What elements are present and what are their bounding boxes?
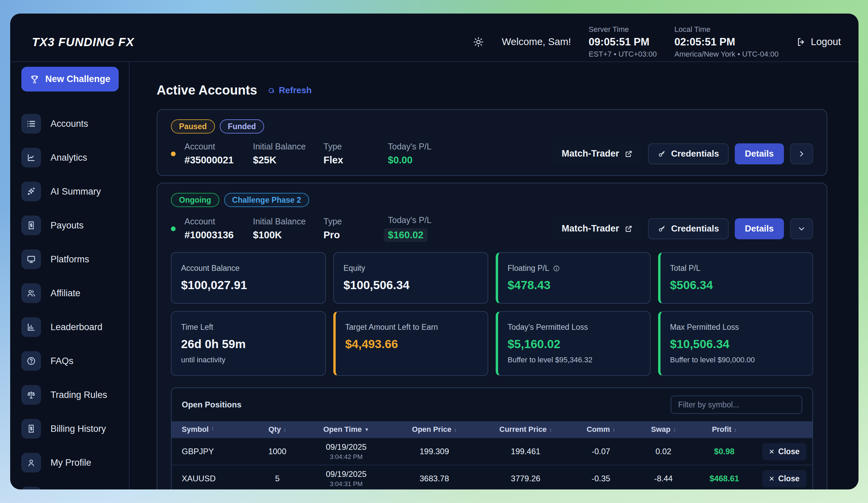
sort-icon: ↕ [549, 427, 552, 432]
sidebar-item-label: Billing History [51, 424, 106, 434]
status-dot [171, 227, 176, 231]
sidebar-item-trading-rules[interactable]: Trading Rules [21, 385, 129, 405]
server-time-zone: EST+7 • UTC+03:00 [589, 50, 657, 59]
sidebar-item-analytics[interactable]: Analytics [21, 148, 129, 167]
stat-value: $506.34 [670, 278, 803, 292]
cell-open-price: 3683.78 [386, 474, 483, 483]
stat-subtext: until inactivity [181, 356, 316, 364]
cell-open-price: 199.309 [386, 447, 483, 456]
details-button[interactable]: Details [735, 218, 784, 239]
main-content: Active Accounts Refresh Paused Funded [130, 62, 858, 490]
theme-toggle-sun-icon[interactable] [473, 36, 484, 48]
sidebar-item-my-profile[interactable]: My Profile [21, 453, 129, 472]
stat-tile-equity: Equity $100,506.34 [333, 252, 488, 304]
details-button[interactable]: Details [735, 143, 784, 164]
receipt-dollar-icon [21, 419, 41, 439]
sidebar-item-label: Analytics [51, 153, 87, 163]
column-header-current-price[interactable]: Current Price↕ [483, 425, 569, 434]
refresh-button[interactable]: Refresh [267, 85, 312, 96]
collapse-button[interactable] [790, 218, 813, 239]
field-label: Type [323, 142, 388, 151]
card-actions: Match-Trader [553, 218, 813, 239]
close-position-button[interactable]: × Close [762, 470, 806, 488]
sidebar-item-accounts[interactable]: Accounts [21, 114, 129, 134]
sidebar-item-payouts[interactable]: Payouts [21, 216, 129, 235]
match-trader-link[interactable]: Match-Trader [553, 218, 642, 239]
close-position-button[interactable]: × Close [762, 443, 806, 460]
credentials-button[interactable]: Credentials [648, 218, 728, 239]
column-header-profit[interactable]: Profit↕ [694, 425, 755, 434]
column-header-symbol[interactable]: Symbol↕ [172, 425, 249, 434]
credentials-label: Credentials [671, 223, 719, 234]
balance-field: Initial Balance $25K [253, 142, 323, 166]
stat-label: Floating P/L [508, 264, 640, 273]
cell-actions: × Close [755, 470, 813, 488]
initial-balance: $100K [253, 230, 323, 241]
stat-tile-max-permitted-loss: Max Permitted Loss $10,506.34 Buffer to … [658, 311, 813, 376]
new-challenge-button[interactable]: New Challenge [21, 67, 119, 92]
symbol-filter-input[interactable] [671, 396, 802, 414]
field-label: Account [185, 217, 253, 227]
sort-desc-icon: ▼ [364, 427, 369, 432]
positions-header: Open Positions [172, 388, 813, 421]
close-icon: × [769, 447, 774, 456]
sidebar-item-partial[interactable] [21, 487, 129, 490]
cell-open-time: 09/19/2025 3:04:31 PM [306, 470, 386, 488]
match-trader-link[interactable]: Match-Trader [553, 143, 642, 164]
positions-title: Open Positions [182, 400, 241, 409]
column-header-open-time[interactable]: Open Time▼ [306, 425, 386, 434]
stat-label: Target Amount Left to Earn [345, 323, 478, 332]
cell-swap: 0.02 [633, 447, 694, 456]
sidebar-item-affiliate[interactable]: Affiliate [21, 283, 129, 303]
server-time-label: Server Time [589, 25, 657, 34]
todays-pl: $0.00 [388, 155, 431, 166]
column-header-qty[interactable]: Qty↕ [249, 425, 306, 434]
list-icon [21, 114, 41, 134]
sidebar-item-ai-summary[interactable]: AI Summary [21, 182, 129, 201]
sidebar-item-label: My Profile [51, 458, 91, 468]
sidebar-item-billing-history[interactable]: Billing History [21, 419, 129, 439]
sidebar-item-platforms[interactable]: Platforms [21, 250, 129, 269]
expand-button[interactable] [790, 143, 813, 164]
header-right: Welcome, Sam! Server Time 09:05:51 PM ES… [473, 25, 841, 59]
local-time-zone: America/New York • UTC-04:00 [674, 50, 778, 59]
sidebar-item-label: Trading Rules [51, 390, 107, 400]
sidebar-item-label: Platforms [51, 254, 89, 265]
type-field: Type Pro [323, 217, 388, 241]
monitor-icon [21, 250, 41, 269]
users-icon [21, 283, 41, 303]
stat-subtext: Buffer to level $95,346.32 [508, 356, 640, 364]
stat-label: Max Permitted Loss [670, 323, 803, 332]
sparkles-icon [21, 182, 41, 201]
sidebar-item-faqs[interactable]: FAQs [21, 351, 129, 371]
key-icon [658, 149, 666, 158]
credentials-button[interactable]: Credentials [648, 143, 728, 164]
table-row: GBPJPY 1000 09/19/2025 3:04:42 PM 199.30… [172, 438, 813, 465]
sidebar-nav: Accounts Analytics [21, 114, 129, 490]
field-label: Initial Balance [253, 217, 323, 227]
cell-profit: $468.61 [694, 474, 755, 483]
stat-value: $10,506.34 [670, 337, 803, 351]
badges-row: Paused Funded [171, 119, 813, 134]
sidebar-item-leaderboard[interactable]: Leaderboard [21, 317, 129, 337]
account-card-collapsed: Paused Funded Account #35000021 Initial … [157, 109, 827, 176]
todays-pl: $160.02 [384, 228, 427, 242]
info-icon[interactable] [553, 265, 560, 272]
sidebar-item-label: Payouts [51, 220, 84, 231]
status-badge-ongoing: Ongoing [171, 193, 219, 207]
external-link-icon [624, 149, 633, 158]
table-row: XAUUSD 5 09/19/2025 3:04:31 PM 3683.78 3… [172, 465, 813, 490]
details-label: Details [745, 148, 774, 159]
column-header-swap[interactable]: Swap↕ [633, 425, 694, 434]
column-header-comm[interactable]: Comm↕ [569, 425, 633, 434]
clipped-icon [21, 487, 41, 490]
logout-button[interactable]: Logout [796, 36, 841, 48]
cell-symbol: GBPJPY [172, 447, 249, 456]
status-badge-paused: Paused [171, 119, 215, 134]
match-trader-label: Match-Trader [562, 223, 619, 234]
cell-actions: × Close [755, 443, 813, 460]
status-badge-phase: Challenge Phase 2 [224, 193, 309, 207]
column-header-open-price[interactable]: Open Price↕ [386, 425, 483, 434]
sort-icon: ↕ [283, 427, 286, 432]
stat-label: Today's Permitted Loss [508, 323, 640, 332]
